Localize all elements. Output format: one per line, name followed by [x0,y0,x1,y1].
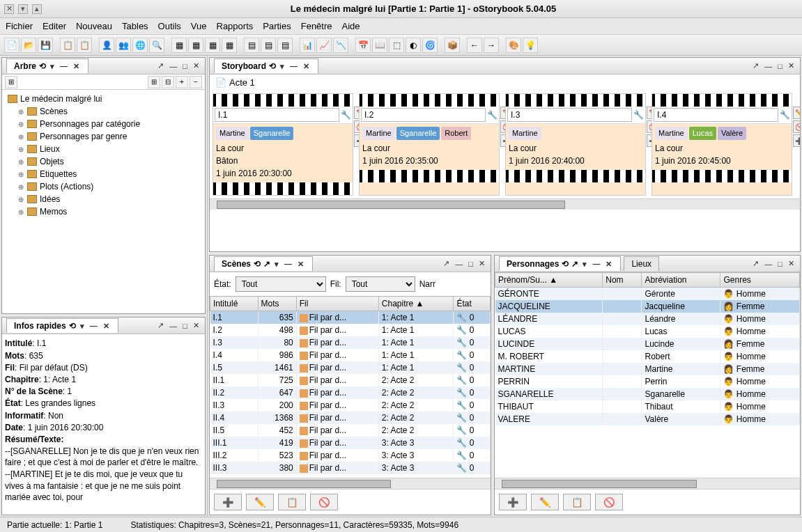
tb-box-icon[interactable]: 📦 [445,38,460,53]
scenes-table[interactable]: Intitulé Mots Fil Chapitre ▲ État I.1635… [210,296,491,474]
wrench-icon[interactable]: 🔧 [633,110,644,120]
scene-id-input[interactable] [361,108,486,122]
col-etat[interactable]: État [454,297,491,311]
menu-vue[interactable]: Vue [191,21,207,31]
window-maximize-icon[interactable]: ▴ [32,4,42,14]
table-row[interactable]: SGANARELLESganarelle👨 Homme [495,388,800,400]
table-row[interactable]: GÉRONTEGéronte👨 Homme [495,288,800,301]
tree-panel-tab[interactable]: Arbre ⟲ ▾ — ✕ [6,58,88,73]
copy-button[interactable]: 📋 [278,494,306,510]
tb-grid2-icon[interactable]: ▤ [261,38,276,53]
tb-grid1-icon[interactable]: ▤ [244,38,259,53]
character-tag[interactable]: Valère [718,127,746,140]
tb-person-icon[interactable]: 👤 [99,38,114,53]
tb-table4-icon[interactable]: ▦ [222,38,237,53]
table-row[interactable]: II.41368Fil par d...2: Acte 2🔧 0 [210,412,491,424]
tree-view[interactable]: Le médecin malgré lui ⊕Scènes⊕Personnage… [2,90,205,313]
table-row[interactable]: II.3200Fil par d...2: Acte 2🔧 0 [210,399,491,412]
panel-max-icon[interactable]: □ [776,260,784,268]
link-icon[interactable]: ↗ [571,259,578,269]
character-tag[interactable]: Martine [362,127,395,140]
storyboard-list[interactable]: 🔧MartineSganarelleLa courBâton1 juin 201… [210,91,800,198]
fil-select[interactable]: Tout [346,276,415,292]
table-row[interactable]: I.1635Fil par d...1: Acte 1🔧 0 [210,311,491,324]
panel-min-icon[interactable]: — [763,62,773,70]
edit-icon[interactable]: ✏️ [793,107,800,119]
menu-fenetre[interactable]: Fenêtre [301,21,332,31]
tree-item[interactable]: ⊕Personnages par catégorie [17,118,202,130]
character-tag[interactable]: Lucas [689,127,716,140]
tree-item[interactable]: ⊕Lieux [17,143,202,155]
panel-min-icon[interactable]: — [168,322,178,330]
tb-new-icon[interactable]: 📄 [4,38,20,53]
tree-plus-icon[interactable]: + [176,76,188,88]
scenes-tab[interactable]: Scènes ⟲↗ ▾ — ✕ [214,256,313,271]
table-row[interactable]: THIBAUTThibaut👨 Homme [495,400,800,413]
panel-min-icon[interactable]: — [454,260,464,268]
tb-table2-icon[interactable]: ▦ [188,38,203,53]
character-tag[interactable]: Martine [216,127,249,140]
table-row[interactable]: I.4986Fil par d...1: Acte 1🔧 0 [210,349,491,361]
table-row[interactable]: LÉANDRELéandre👨 Homme [495,313,800,325]
col-fil[interactable]: Fil [296,297,378,311]
menu-nouveau[interactable]: Nouveau [76,21,112,31]
storyboard-tab[interactable]: Storyboard ⟲ ▾ — ✕ [214,58,318,73]
scenes-hscroll[interactable] [210,478,491,489]
refresh-icon[interactable]: ⟲ [562,259,569,269]
table-row[interactable]: VALEREValère👨 Homme [495,413,800,425]
character-tag[interactable]: Martine [655,127,688,140]
col-mots[interactable]: Mots [258,297,296,311]
table-row[interactable]: I.51461Fil par d...1: Acte 1🔧 0 [210,361,491,374]
character-tag[interactable]: Sganarelle [250,127,294,140]
tb-grid3-icon[interactable]: ▤ [277,38,293,53]
tb-doc-icon[interactable]: 📋 [60,38,75,53]
tree-item[interactable]: ⊕Personnages par genre [17,130,202,143]
tree-item[interactable]: ⊕Idées [17,193,202,205]
tb-chart2-icon[interactable]: 📈 [316,38,332,53]
delete-button[interactable]: 🚫 [595,494,623,510]
tb-chart3-icon[interactable]: 📉 [333,38,348,53]
character-tag[interactable]: Sganarelle [396,127,440,140]
tb-persons-icon[interactable]: 👥 [116,38,131,53]
col-genres[interactable]: Genres [720,273,800,288]
tb-open-icon[interactable]: 📂 [21,38,36,53]
link-icon[interactable]: ↗ [263,259,270,269]
window-close-icon[interactable]: ✕ [4,4,14,14]
tb-book-icon[interactable]: 📖 [372,38,387,53]
table-row[interactable]: II.1725Fil par d...2: Acte 2🔧 0 [210,374,491,386]
col-prenom[interactable]: Prénom/Su... ▲ [495,273,603,288]
panel-max-icon[interactable]: □ [181,322,189,330]
table-row[interactable]: III.2523Fil par d...3: Acte 3🔧 0 [210,449,491,462]
pers-table[interactable]: Prénom/Su... ▲ Nom Abréviation Genres GÉ… [495,272,800,425]
menu-outils[interactable]: Outils [158,21,181,31]
tree-minus-icon[interactable]: − [190,76,202,88]
panel-close-icon[interactable]: ✕ [192,321,201,330]
panel-close-icon[interactable]: ✕ [192,61,201,70]
menu-tables[interactable]: Tables [122,21,148,31]
tree-root[interactable]: Le médecin malgré lui [20,94,102,104]
menu-editer[interactable]: Editer [43,21,66,31]
tb-misc2-icon[interactable]: ◐ [406,38,421,53]
table-row[interactable]: M. ROBERTRobert👨 Homme [495,350,800,363]
col-abrev[interactable]: Abréviation [642,273,720,288]
wrench-icon[interactable]: 🔧 [780,110,790,120]
panel-max-icon[interactable]: □ [776,62,784,70]
storyboard-scene[interactable]: 🔧MartineSganarelleRobertLa cour1 juin 20… [359,93,500,196]
refresh-icon[interactable]: ⟲ [269,61,276,71]
storyboard-scene[interactable]: 🔧MartineLucasValèreLa cour1 juin 2016 20… [651,93,792,196]
tb-chart1-icon[interactable]: 📊 [300,38,315,53]
tb-search-icon[interactable]: 🔍 [149,38,164,53]
table-row[interactable]: LUCASLucas👨 Homme [495,325,800,338]
table-row[interactable]: I.380Fil par d...1: Acte 1🔧 0 [210,336,491,349]
panel-close-icon[interactable]: ✕ [787,259,796,268]
tree-tb-icon[interactable]: ⊞ [5,76,17,88]
character-tag[interactable]: Robert [441,127,471,140]
tb-table3-icon[interactable]: ▦ [205,38,220,53]
tb-world-icon[interactable]: 🌐 [132,38,148,53]
storyboard-scene[interactable]: 🔧MartineSganarelleLa courBâton1 juin 201… [213,93,353,196]
delete-button[interactable]: 🚫 [310,494,338,510]
tb-misc1-icon[interactable]: ⬚ [389,38,404,53]
tb-paint-icon[interactable]: 🎨 [506,38,521,53]
table-row[interactable]: II.5452Fil par d...2: Acte 2🔧 0 [210,424,491,437]
col-nom[interactable]: Nom [603,273,642,288]
